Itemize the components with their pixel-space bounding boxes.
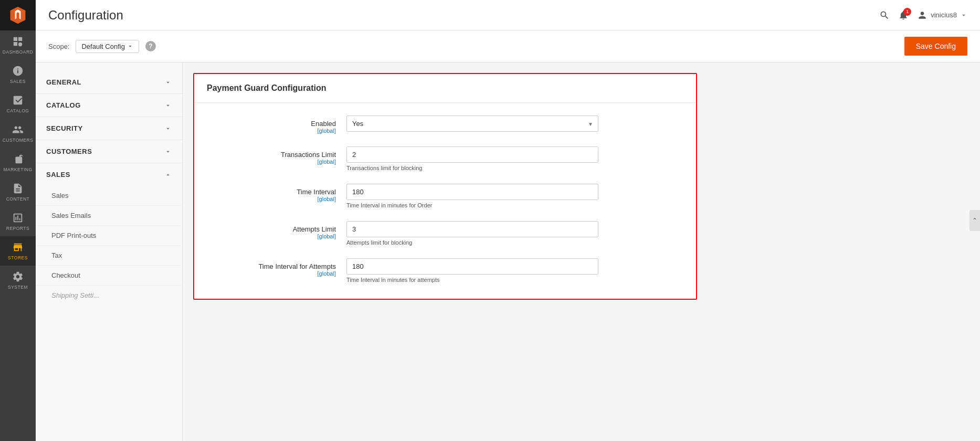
magento-logo [8, 6, 27, 25]
sidebar-item-stores[interactable]: STORES [0, 236, 36, 266]
scope-bar: Scope: Default Config ? Save Config [36, 30, 980, 62]
attempts-limit-input[interactable] [346, 221, 598, 237]
left-nav-sub-item-checkout[interactable]: Checkout [36, 266, 182, 286]
transactions-limit-input[interactable] [346, 146, 598, 163]
notification-badge: 1 [903, 8, 911, 16]
left-nav: GENERAL CATALOG SECURITY CUSTOMERS SALES… [36, 62, 183, 441]
time-interval-input[interactable] [346, 184, 598, 200]
transactions-limit-label: Transactions Limit [210, 151, 336, 159]
search-button[interactable] [879, 10, 890, 20]
transactions-limit-hint: Transactions limit for blocking [346, 165, 680, 171]
time-interval-scope: [global] [210, 196, 336, 202]
notification-button[interactable]: 1 [898, 10, 909, 20]
chevron-down-icon [164, 79, 172, 86]
user-icon [917, 10, 928, 20]
time-interval-attempts-hint: Time Interval in minutes for attempts [346, 277, 680, 283]
save-config-button[interactable]: Save Config [904, 37, 967, 56]
sidebar-item-sales[interactable]: SALES [0, 60, 36, 89]
sidebar-item-system[interactable]: SYSTEM [0, 266, 36, 295]
chevron-down-icon [960, 12, 967, 19]
page-title: Configuration [48, 8, 123, 23]
user-name: vinicius8 [931, 11, 957, 19]
time-interval-attempts-input[interactable] [346, 258, 598, 275]
scope-label: Scope: [48, 43, 69, 50]
scope-value: Default Config [81, 43, 124, 50]
left-nav-sub-item-shipping-settings[interactable]: Shipping Setti... [36, 286, 182, 305]
top-header: Configuration 1 vinicius8 [36, 0, 980, 30]
content-area: GENERAL CATALOG SECURITY CUSTOMERS SALES… [36, 62, 980, 441]
left-nav-item-general[interactable]: GENERAL [36, 71, 182, 94]
sidebar-item-dashboard[interactable]: DASHBOARD [0, 30, 36, 60]
payment-guard-section: Payment Guard Configuration Enabled [glo… [193, 73, 697, 300]
left-nav-item-customers[interactable]: CUSTOMERS [36, 140, 182, 163]
left-nav-sub-item-sales[interactable]: Sales [36, 186, 182, 206]
attempts-limit-scope: [global] [210, 233, 336, 239]
chevron-down-icon [164, 148, 172, 155]
form-row-time-interval-attempts: Time Interval for Attempts [global] Time… [210, 258, 680, 283]
scope-chevron-icon [127, 43, 133, 49]
form-row-time-interval: Time Interval [global] Time Interval in … [210, 184, 680, 208]
attempts-limit-hint: Attempts limit for blocking [346, 239, 680, 246]
sidebar: DASHBOARD SALES CATALOG CUSTOMERS MARKET… [0, 0, 36, 441]
transactions-limit-scope: [global] [210, 159, 336, 165]
help-icon[interactable]: ? [145, 41, 156, 51]
time-interval-attempts-scope: [global] [210, 270, 336, 277]
form-row-enabled: Enabled [global] Yes No [210, 116, 680, 134]
left-nav-sub-item-tax[interactable]: Tax [36, 246, 182, 266]
section-title: Payment Guard Configuration [194, 74, 696, 103]
time-interval-label: Time Interval [210, 188, 336, 196]
enabled-scope: [global] [210, 128, 336, 134]
sidebar-item-marketing[interactable]: MARKETING [0, 148, 36, 177]
left-nav-item-sales[interactable]: SALES [36, 163, 182, 186]
collapse-button[interactable]: ⌃ [970, 210, 980, 231]
main-panel: Payment Guard Configuration Enabled [glo… [183, 62, 980, 441]
sidebar-item-catalog[interactable]: CATALOG [0, 89, 36, 119]
sidebar-item-content[interactable]: CONTENT [0, 177, 36, 207]
chevron-down-icon [164, 125, 172, 132]
enabled-select[interactable]: Yes No [346, 116, 598, 132]
left-nav-item-security[interactable]: SECURITY [36, 117, 182, 140]
time-interval-hint: Time Interval in minutes for Order [346, 202, 680, 208]
sidebar-item-reports[interactable]: REPORTS [0, 207, 36, 236]
enabled-label: Enabled [210, 120, 336, 128]
header-right: 1 vinicius8 [879, 10, 967, 20]
section-body: Enabled [global] Yes No [194, 103, 696, 299]
scope-select[interactable]: Default Config [76, 40, 139, 53]
left-nav-sub-item-sales-emails[interactable]: Sales Emails [36, 206, 182, 226]
main-wrapper: Configuration 1 vinicius8 Scope: Default… [36, 0, 980, 441]
chevron-up-icon [164, 171, 172, 178]
left-nav-sub-item-pdf-printouts[interactable]: PDF Print-outs [36, 226, 182, 246]
user-menu[interactable]: vinicius8 [917, 10, 967, 20]
sidebar-item-customers[interactable]: CUSTOMERS [0, 119, 36, 148]
left-nav-item-catalog[interactable]: CATALOG [36, 94, 182, 117]
time-interval-attempts-label: Time Interval for Attempts [210, 262, 336, 270]
form-row-transactions-limit: Transactions Limit [global] Transactions… [210, 146, 680, 171]
search-icon [879, 10, 890, 20]
attempts-limit-label: Attempts Limit [210, 225, 336, 233]
chevron-down-icon [164, 102, 172, 109]
sidebar-logo [0, 0, 36, 30]
enabled-select-wrapper: Yes No [346, 116, 598, 132]
form-row-attempts-limit: Attempts Limit [global] Attempts limit f… [210, 221, 680, 246]
